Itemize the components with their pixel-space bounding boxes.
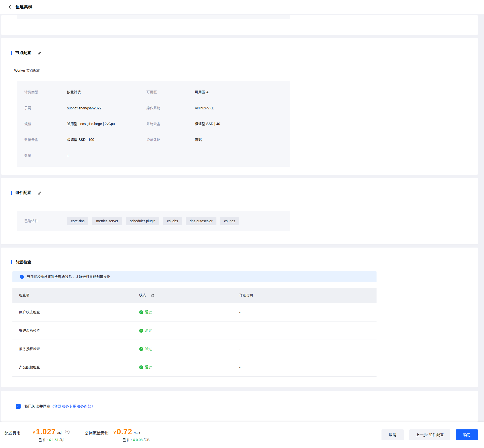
- check-detail: -: [239, 310, 377, 314]
- page-content: 节点配置 Worker 节点配置 计费类型 按量计费 可用区 可用区 A 子网 …: [0, 14, 484, 422]
- traffic-fee-amount: 0.72: [117, 427, 132, 436]
- addon-tag: dns-autoscaler: [186, 217, 216, 225]
- precheck-body: i 当前置校验检查项全部通过后，才能进行集群创建操作 检查项 状态 详细信息 账…: [12, 271, 377, 377]
- edit-icon[interactable]: [37, 191, 41, 195]
- previous-section-partial-card: [1, 15, 478, 35]
- field-label: 子网: [24, 106, 67, 110]
- addon-tag: metrics-server: [92, 217, 122, 225]
- precheck-title: 前置检查: [15, 260, 31, 265]
- saved-prefix: 已省：: [38, 438, 49, 442]
- field-label: 可用区: [146, 90, 195, 95]
- refresh-icon[interactable]: [151, 294, 154, 297]
- node-config-section: 节点配置 Worker 节点配置 计费类型 按量计费 可用区 可用区 A 子网 …: [1, 38, 478, 175]
- node-config-header: 节点配置: [11, 50, 468, 56]
- config-fee-group: 配置费用 ¥ 1.027 /时 ? 已省：¥ 1.51 /时: [4, 427, 69, 442]
- field-value: 极速型 SSD | 40: [195, 122, 290, 126]
- check-circle-icon: ✓: [139, 329, 143, 333]
- precheck-row: 产品配额检查 ✓通过 -: [12, 358, 377, 377]
- config-fee-amount: 1.027: [36, 427, 56, 436]
- status-pass-text: 通过: [145, 347, 152, 351]
- field-label: 操作系统: [146, 106, 195, 110]
- saved-amount: ¥ 1.51: [49, 438, 59, 442]
- agreement-checkbox[interactable]: ✓: [16, 404, 21, 409]
- previous-step-button[interactable]: 上一步: 组件配置: [409, 429, 450, 440]
- check-circle-icon: ✓: [139, 365, 143, 369]
- footer-buttons: 取消 上一步: 组件配置 确定: [381, 429, 478, 440]
- section-accent-bar: [11, 260, 12, 264]
- node-config-title: 节点配置: [15, 50, 31, 56]
- check-item-name: 服务授权检查: [19, 347, 139, 351]
- precheck-table: 检查项 状态 详细信息 账户状态检查 ✓通过 - 账户余额检查: [12, 288, 377, 377]
- saved-unit: /GB: [144, 438, 150, 442]
- precheck-section: 前置检查 i 当前置校验检查项全部通过后，才能进行集群创建操作 检查项 状态 详…: [1, 248, 478, 387]
- field-value: subnet-zhangsan2022: [67, 106, 146, 110]
- terms-link[interactable]: 《容器服务专用服务条款》: [50, 404, 95, 409]
- status-pass-text: 通过: [145, 328, 152, 333]
- field-label: 数据云盘: [24, 138, 67, 142]
- precheck-table-header: 检查项 状态 详细信息: [12, 288, 377, 303]
- edit-icon[interactable]: [37, 51, 41, 55]
- saved-amount: ¥ 0.08: [133, 438, 143, 442]
- agreement-section: ✓ 我已阅读并同意 《容器服务专用服务条款》: [1, 391, 478, 422]
- check-item-name: 账户余额检查: [19, 328, 139, 333]
- config-fee-saved: 已省：¥ 1.51 /时: [38, 438, 69, 442]
- traffic-fee-unit: /GB: [134, 431, 140, 435]
- precheck-row: 账户状态检查 ✓通过 -: [12, 303, 377, 321]
- worker-node-summary-panel: 计费类型 按量计费 可用区 可用区 A 子网 subnet-zhangsan20…: [17, 81, 290, 167]
- precheck-notice-text: 当前置校验检查项全部通过后，才能进行集群创建操作: [27, 275, 110, 279]
- addon-tag: csi-ebs: [163, 217, 182, 225]
- field-value: 密码: [195, 138, 290, 142]
- back-icon[interactable]: [7, 4, 13, 10]
- previous-summary-panel-sliver: [17, 15, 290, 19]
- addons-config-title: 组件配置: [15, 190, 31, 195]
- selected-addons-label: 已选组件: [24, 219, 67, 223]
- addon-tag-list: core-dns metrics-server scheduler-plugin…: [67, 217, 239, 225]
- column-detail: 详细信息: [239, 293, 377, 298]
- kv-row: 子网 subnet-zhangsan2022 操作系统 Velinux-VKE: [17, 100, 290, 116]
- field-value: 1: [67, 154, 146, 158]
- field-value: 极速型 SSD | 100: [67, 138, 146, 142]
- cancel-button[interactable]: 取消: [381, 429, 404, 440]
- addon-tag: scheduler-plugin: [126, 217, 159, 225]
- currency-symbol: ¥: [114, 431, 116, 436]
- status-pass-text: 通过: [145, 310, 152, 315]
- check-item-name: 产品配额检查: [19, 365, 139, 370]
- addon-tag: core-dns: [67, 217, 88, 225]
- column-item: 检查项: [19, 293, 139, 298]
- check-detail: -: [239, 347, 377, 351]
- kv-row: 数据云盘 极速型 SSD | 100 登录凭证 密码: [17, 132, 290, 148]
- section-accent-bar: [11, 51, 12, 55]
- check-circle-icon: ✓: [139, 347, 143, 351]
- top-bar: 创建集群: [0, 0, 484, 14]
- field-label: 登录凭证: [146, 138, 195, 142]
- field-value: Velinux-VKE: [195, 106, 290, 110]
- footer-bar: 配置费用 ¥ 1.027 /时 ? 已省：¥ 1.51 /时 公网流量费用 ¥ …: [0, 422, 484, 448]
- column-status: 状态: [139, 293, 146, 298]
- check-item-name: 账户状态检查: [19, 310, 139, 315]
- question-circle-icon[interactable]: ?: [65, 430, 69, 434]
- kv-row: 数量 1: [17, 148, 290, 164]
- field-label: 系统云盘: [146, 122, 195, 126]
- traffic-fee-saved: 已省：¥ 0.08 /GB: [123, 438, 150, 442]
- worker-node-subtitle: Worker 节点配置: [14, 68, 468, 73]
- field-label: 数量: [24, 154, 67, 158]
- precheck-row: 账户余额检查 ✓通过 -: [12, 321, 377, 340]
- addons-config-header: 组件配置: [11, 190, 468, 195]
- precheck-header: 前置检查: [11, 259, 468, 265]
- page-title: 创建集群: [15, 4, 32, 10]
- confirm-button[interactable]: 确定: [456, 429, 478, 440]
- kv-row: 计费类型 按量计费 可用区 可用区 A: [17, 84, 290, 100]
- traffic-fee-group: 公网流量费用 ¥ 0.72 /GB 已省：¥ 0.08 /GB: [85, 427, 150, 442]
- check-circle-icon: ✓: [139, 310, 143, 314]
- field-label: 规格: [24, 122, 67, 126]
- currency-symbol: ¥: [33, 431, 35, 436]
- check-detail: -: [239, 365, 377, 369]
- selected-addons-panel: 已选组件 core-dns metrics-server scheduler-p…: [17, 211, 290, 231]
- agreement-text: 我已阅读并同意: [24, 404, 50, 409]
- saved-unit: /时: [60, 438, 64, 442]
- saved-prefix: 已省：: [123, 438, 133, 442]
- addon-tag: csi-nas: [220, 217, 239, 225]
- precheck-notice-banner: i 当前置校验检查项全部通过后，才能进行集群创建操作: [12, 271, 377, 282]
- info-icon: i: [20, 275, 24, 279]
- section-accent-bar: [11, 191, 12, 195]
